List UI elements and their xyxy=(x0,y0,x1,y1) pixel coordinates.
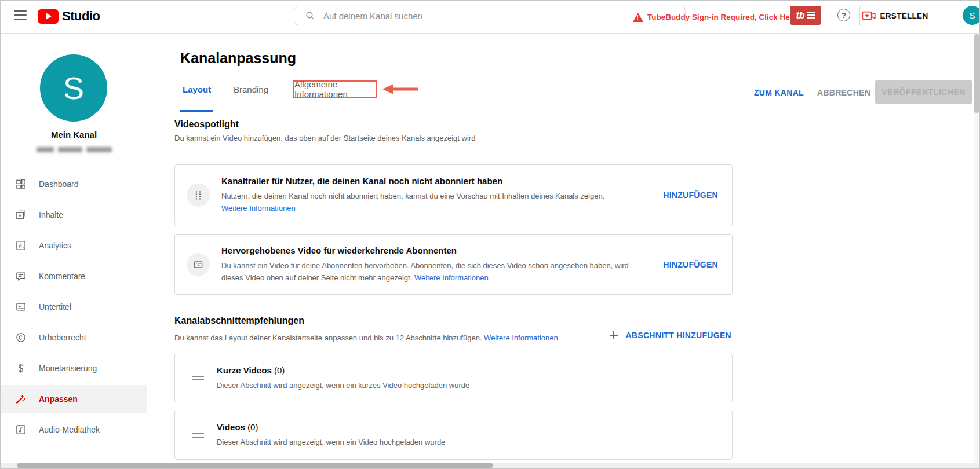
card-description: Nutzern, die deinen Kanal noch nicht abo… xyxy=(221,190,604,202)
tab-allgemeine-informationen[interactable]: Allgemeine Informationen xyxy=(294,79,376,99)
drag-handle-icon[interactable] xyxy=(192,431,204,440)
sidebar: S Mein Kanal Dashboard Inhalte Analytics xyxy=(1,34,147,469)
annotation-arrow-icon xyxy=(381,83,420,96)
account-avatar-letter: S xyxy=(969,10,975,20)
horizontal-scrollbar-thumb[interactable] xyxy=(17,463,493,468)
comments-icon xyxy=(14,270,27,283)
copyright-icon xyxy=(14,331,27,344)
sidebar-item-label: Kommentare xyxy=(39,272,85,281)
videospotlight-heading: Videospotlight xyxy=(174,119,239,130)
tubebuddy-warning-text: TubeBuddy Sign-in Required, Click Here xyxy=(647,13,797,21)
add-featured-video-button[interactable]: HINZUFÜGEN xyxy=(663,260,718,269)
create-video-icon xyxy=(862,10,876,21)
videospotlight-subtitle: Du kannst ein Video hinzufügen, das oben… xyxy=(174,134,475,142)
sidebar-item-label: Analytics xyxy=(39,241,71,250)
page-title: Kanalanpassung xyxy=(180,50,296,67)
tabs-divider xyxy=(147,112,979,112)
hamburger-menu-icon[interactable] xyxy=(14,10,27,20)
sidebar-item-label: Urheberrecht xyxy=(39,333,86,342)
channel-name: Mein Kanal xyxy=(1,130,147,140)
sidebar-item-analytics[interactable]: Analytics xyxy=(1,232,147,259)
channel-avatar-letter: S xyxy=(63,70,84,106)
channel-trailer-icon xyxy=(187,184,210,207)
cancel-button[interactable]: ABBRECHEN xyxy=(817,88,870,97)
shorts-section-card: Kurze Videos (0) Dieser Abschnitt wird a… xyxy=(174,354,733,402)
featured-video-icon xyxy=(187,253,210,276)
tubebuddy-logo: tb xyxy=(796,10,804,21)
publish-button[interactable]: VERÖFFENTLICHEN xyxy=(875,80,972,104)
section-card-title: Videos xyxy=(217,422,245,432)
sidebar-item-label: Inhalte xyxy=(39,210,63,219)
plus-icon xyxy=(609,331,618,340)
card-title: Kanaltrailer für Nutzer, die deinen Kana… xyxy=(221,176,604,186)
search-icon xyxy=(305,10,315,21)
sidebar-item-label: Audio-Mediathek xyxy=(39,425,100,434)
logo-text: Studio xyxy=(62,9,100,24)
sidebar-item-untertitel[interactable]: Untertitel xyxy=(1,293,147,321)
sidebar-item-inhalte[interactable]: Inhalte xyxy=(1,201,147,229)
tab-branding[interactable]: Branding xyxy=(234,85,268,94)
main-content: Kanalanpassung Layout Branding Allgemein… xyxy=(147,34,979,468)
learn-more-link[interactable]: Weitere Informationen xyxy=(484,334,558,342)
channel-handle-blurred xyxy=(1,147,147,152)
sidebar-item-dashboard[interactable]: Dashboard xyxy=(1,170,147,198)
learn-more-link[interactable]: Weitere Informationen xyxy=(414,273,489,282)
create-button[interactable]: ERSTELLEN xyxy=(859,6,930,25)
learn-more-link[interactable]: Weitere Informationen xyxy=(221,204,296,212)
create-button-label: ERSTELLEN xyxy=(880,12,928,20)
sidebar-item-urheberrecht[interactable]: Urheberrecht xyxy=(1,324,147,351)
sidebar-item-label: Untertitel xyxy=(39,302,71,312)
sections-subtitle-text: Du kannst das Layout deiner Kanalstartse… xyxy=(174,334,482,342)
videos-section-card: Videos (0) Dieser Abschnitt wird angezei… xyxy=(174,411,733,460)
add-trailer-button[interactable]: HINZUFÜGEN xyxy=(663,190,718,200)
view-channel-button[interactable]: ZUM KANAL xyxy=(754,88,804,97)
add-section-label: ABSCHNITT HINZUFÜGEN xyxy=(625,331,731,340)
youtube-play-icon xyxy=(38,9,59,24)
help-icon[interactable]: ? xyxy=(837,9,850,21)
sidebar-item-monetarisierung[interactable]: Monetarisierung xyxy=(1,354,147,382)
sidebar-item-label: Dashboard xyxy=(39,179,79,189)
youtube-studio-logo[interactable]: Studio xyxy=(38,9,100,24)
sections-heading: Kanalabschnittempfehlungen xyxy=(174,316,304,326)
monetization-icon xyxy=(14,362,27,375)
channel-avatar[interactable]: S xyxy=(40,54,107,122)
account-avatar[interactable]: S xyxy=(963,6,980,25)
content-icon xyxy=(14,208,27,221)
section-card-count: (0) xyxy=(247,422,258,432)
sidebar-item-label: Anpassen xyxy=(39,394,78,404)
audio-library-icon xyxy=(14,423,27,436)
vertical-scrollbar-thumb[interactable] xyxy=(974,34,979,113)
dashboard-icon xyxy=(14,178,27,190)
warning-triangle-icon xyxy=(633,13,643,22)
section-card-description: Dieser Abschnitt wird angezeigt, wenn ei… xyxy=(217,436,445,448)
tubebuddy-menu-icon xyxy=(807,10,815,21)
add-section-button[interactable]: ABSCHNITT HINZUFÜGEN xyxy=(609,331,731,340)
sections-subtitle: Du kannst das Layout deiner Kanalstartse… xyxy=(174,334,558,342)
section-card-title: Kurze Videos xyxy=(217,365,272,375)
youtube-studio-window: Studio TubeBuddy Sign-in Required, Click… xyxy=(0,0,980,469)
customize-icon xyxy=(14,393,27,405)
search-input[interactable] xyxy=(323,11,685,21)
annotation-highlight-box: Allgemeine Informationen xyxy=(293,80,377,98)
tubebuddy-signin-warning[interactable]: TubeBuddy Sign-in Required, Click Here xyxy=(633,1,797,34)
channel-trailer-card: Kanaltrailer für Nutzer, die deinen Kana… xyxy=(174,164,733,225)
card-title: Hervorgehobenes Video für wiederkehrende… xyxy=(221,246,636,255)
sidebar-item-label: Monetarisierung xyxy=(39,364,97,373)
subtitles-icon xyxy=(14,301,27,313)
sidebar-item-kommentare[interactable]: Kommentare xyxy=(1,262,147,290)
analytics-icon xyxy=(14,239,27,252)
tab-layout[interactable]: Layout xyxy=(183,85,211,94)
sidebar-item-anpassen[interactable]: Anpassen xyxy=(1,385,147,413)
section-card-description: Dieser Abschnitt wird angezeigt, wenn ei… xyxy=(217,379,469,391)
channel-search-bar xyxy=(294,6,686,25)
sidebar-item-audio-mediathek[interactable]: Audio-Mediathek xyxy=(1,416,147,444)
section-card-count: (0) xyxy=(274,365,285,375)
help-glyph: ? xyxy=(841,11,846,20)
top-bar: Studio TubeBuddy Sign-in Required, Click… xyxy=(1,1,979,34)
drag-handle-icon[interactable] xyxy=(192,373,204,383)
featured-video-card: Hervorgehobenes Video für wiederkehrende… xyxy=(174,234,733,295)
tubebuddy-extension-button[interactable]: tb xyxy=(790,6,821,25)
